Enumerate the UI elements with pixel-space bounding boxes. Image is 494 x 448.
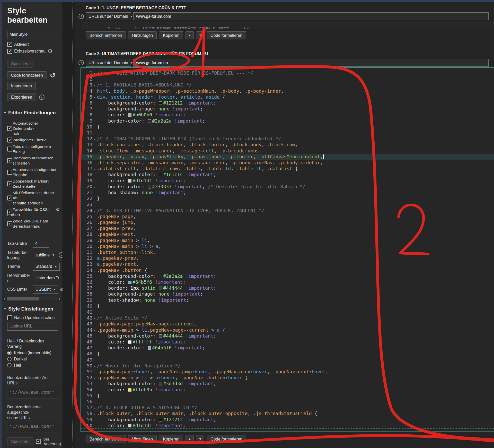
- code-line: 7 background-image: none !important;: [81, 106, 494, 112]
- import-button[interactable]: Importieren: [7, 82, 36, 90]
- code-text: .button.button--link,: [97, 249, 156, 255]
- code2-editor[interactable]: 1▾/* --- ULTIMATIVER DEEP-DARK MODE FÜR …: [81, 67, 494, 432]
- code1-info-icon[interactable]: i: [78, 14, 84, 19]
- option-label: Hervorhebe-n: [7, 273, 33, 283]
- code-text: /* Aktive Seite */: [97, 315, 147, 321]
- gear-icon[interactable]: ⚙: [56, 207, 60, 212]
- code2-apply-select[interactable]: URLs auf der Domain▼: [86, 59, 131, 67]
- radio-button[interactable]: [7, 357, 12, 361]
- option-select[interactable]: CSSLint▼: [33, 286, 58, 294]
- remove-section-button[interactable]: Bereich entfernen: [86, 435, 126, 443]
- code-line: 56: [81, 399, 494, 405]
- custom-targets-textarea[interactable]: *://www.aaa.com/*: [7, 388, 58, 399]
- checkbox[interactable]: ✔: [7, 221, 12, 226]
- option-select[interactable]: Unter dem Textzei: [33, 274, 59, 282]
- move-down-button[interactable]: ▼: [196, 31, 204, 39]
- line-number: 60: [81, 423, 92, 428]
- copy-section-button[interactable]: Kopieren: [159, 435, 183, 443]
- code-line: 46 color: #ffffff !important;: [81, 339, 494, 345]
- style-name-input[interactable]: MeinStyle: [7, 31, 58, 39]
- line-number: 42: [81, 315, 92, 321]
- code-text: html, body, .p-pageWrapper, .p-sectionMa…: [97, 88, 284, 94]
- save-button[interactable]: Speichern: [7, 60, 33, 68]
- option-select[interactable]: sublime▼: [33, 251, 57, 259]
- section-divider: [76, 47, 493, 47]
- copy-section-button[interactable]: Kopieren: [159, 31, 183, 39]
- export-info-icon[interactable]: i: [39, 94, 45, 100]
- fold-arrow-icon[interactable]: ▾: [110, 27, 115, 29]
- mode-radio-row[interactable]: Dunkel: [7, 357, 59, 361]
- code-text: text-shadow: none !important;: [97, 297, 189, 303]
- format-code-button[interactable]: Code formatieren: [207, 31, 246, 39]
- editor-resize-grip[interactable]: [81, 428, 494, 431]
- code-line: 27.pageNav-prev,: [81, 225, 494, 231]
- code2-url-input[interactable]: www.gs-forum.eu: [133, 59, 489, 67]
- line-number: 32: [81, 255, 92, 261]
- move-up-button[interactable]: ▲: [186, 31, 194, 39]
- code1-editor-collapsed[interactable]: 1▾/* --- 1. UNGELESENE BEITRÄGE GRÜN & F…: [82, 22, 494, 29]
- code1-title: Code 1: 1. UNGELESENE BEITRÄGE GRÜN & FE…: [86, 6, 186, 10]
- live-preview-row[interactable]: ✔ Echtzeitvorschau ⚙: [7, 48, 59, 54]
- save-on-change-checkbox[interactable]: ✔: [36, 439, 41, 444]
- code2-info-icon[interactable]: i: [78, 60, 84, 65]
- code-text: .dataList-cell, .dataList-row, .table, .…: [97, 166, 298, 171]
- live-preview-gear-icon[interactable]: ⚙: [48, 48, 53, 54]
- line-number: 2: [81, 76, 92, 82]
- format-code-button[interactable]: Code formatieren: [207, 435, 246, 443]
- undo-icon[interactable]: ↺: [50, 72, 56, 79]
- move-down-button[interactable]: ▼: [196, 435, 204, 443]
- scrollbar-track[interactable]: [6, 297, 58, 300]
- code-line: 6 background-color: #121212 !important;: [81, 100, 494, 106]
- code-line: 34▾.pageNav .button {: [81, 267, 494, 273]
- move-up-button[interactable]: ▲: [186, 435, 194, 443]
- code-text: color: #d1d1d1 !important;: [97, 178, 186, 183]
- checkbox[interactable]: [7, 147, 12, 151]
- horizontal-scrollbar[interactable]: ◄ ►: [2, 297, 62, 301]
- mode-radio-row[interactable]: Hell: [7, 363, 59, 368]
- line-number: 15: [81, 154, 92, 160]
- enabled-checkbox[interactable]: ✔: [7, 42, 12, 47]
- style-settings-header[interactable]: ▼ Style Einstellungen: [4, 306, 59, 312]
- checkbox[interactable]: ✔: [7, 137, 12, 142]
- mode-radio-row[interactable]: Keines (immer aktiv): [7, 351, 59, 355]
- editor-settings-header[interactable]: ▼ Editor Einstellungen: [4, 110, 59, 116]
- live-preview-checkbox[interactable]: ✔: [7, 49, 12, 54]
- radio-button[interactable]: [7, 363, 12, 367]
- update-url-input[interactable]: Update URL: [7, 323, 58, 331]
- checkbox[interactable]: [7, 170, 12, 175]
- code-line: 57▾/* 4. BLOCK-OUTER & STATUSBEREICH */: [81, 404, 494, 411]
- code-text: .pageNav-jump,: [97, 220, 136, 225]
- radio-button[interactable]: [7, 351, 12, 355]
- scrollbar-thumb[interactable]: [7, 297, 39, 300]
- save-settings-button[interactable]: Speichern: [7, 437, 33, 445]
- code1-url-input[interactable]: www.gs-forum.com: [133, 12, 489, 20]
- option-select[interactable]: Standard▼: [33, 263, 60, 271]
- scroll-left-icon[interactable]: ◄: [2, 297, 6, 300]
- export-button[interactable]: Exportieren: [7, 93, 36, 101]
- format-code-button[interactable]: Code formatieren: [7, 71, 47, 79]
- code-text: .block-separator, .message-main, .messag…: [97, 160, 323, 165]
- add-section-button[interactable]: Hinzufügen: [128, 435, 157, 443]
- checkbox[interactable]: ✔: [7, 158, 12, 163]
- add-section-button[interactable]: Hinzufügen: [128, 31, 157, 39]
- line-number: 13: [81, 142, 92, 148]
- code1-apply-select[interactable]: URLs auf der Domain▼: [86, 12, 131, 20]
- checkbox[interactable]: ✔: [7, 195, 12, 200]
- scroll-right-icon[interactable]: ►: [58, 297, 62, 300]
- line-number: 4: [81, 88, 92, 94]
- code-text: .pageNav-page,: [97, 214, 136, 219]
- checkbox[interactable]: ✔: [7, 181, 12, 186]
- code-text: .pageNav-page.pageNav-page--current,: [97, 321, 197, 326]
- code-text: background-color: #1c1c1c !important;: [97, 172, 216, 177]
- tab-size-input[interactable]: 4: [33, 240, 49, 248]
- excluded-urls-textarea[interactable]: *://www.aaa.com/*: [7, 422, 58, 433]
- code-line: 55}: [81, 393, 494, 399]
- line-number: 33: [81, 261, 92, 267]
- check-updates-checkbox[interactable]: [7, 315, 12, 320]
- checkbox[interactable]: ✔: [7, 210, 12, 214]
- check-updates-row[interactable]: Nach Updates suchen: [7, 315, 59, 320]
- panel-resize-handle[interactable]: [72, 2, 75, 448]
- enabled-checkbox-row[interactable]: ✔ Aktiviert: [7, 42, 59, 47]
- checkbox[interactable]: ✔: [7, 126, 12, 131]
- remove-section-button[interactable]: Bereich entfernen: [86, 31, 126, 39]
